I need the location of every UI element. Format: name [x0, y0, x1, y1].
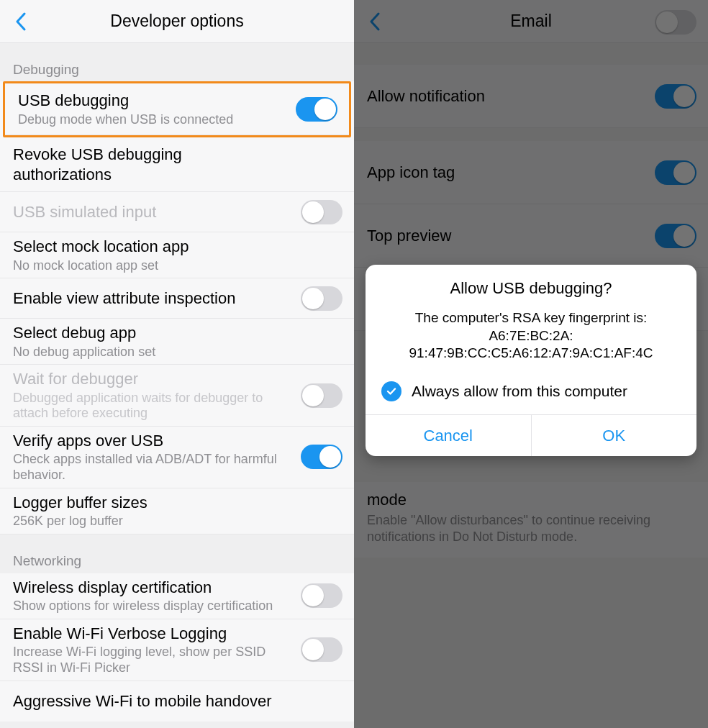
- row-subtitle: Show options for wireless display certif…: [13, 599, 341, 614]
- row-revoke-usb-auth[interactable]: Revoke USB debugging authorizations: [0, 137, 354, 192]
- row-wireless-cert[interactable]: Wireless display certification Show opti…: [0, 573, 354, 619]
- checkbox-checked-icon[interactable]: [381, 381, 401, 401]
- page-title: Developer options: [110, 12, 243, 31]
- row-title: Revoke USB debugging authorizations: [13, 145, 341, 184]
- row-title: Aggressive Wi-Fi to mobile handover: [13, 691, 341, 711]
- row-subtitle: No debug application set: [13, 345, 341, 360]
- row-title: USB debugging: [18, 91, 336, 111]
- dialog-allow-usb-debugging: Allow USB debugging? The computer's RSA …: [366, 265, 696, 456]
- row-title: Enable view attribute inspection: [13, 288, 341, 309]
- toggle-wifi-verbose[interactable]: [301, 637, 342, 662]
- ok-button[interactable]: OK: [531, 415, 697, 456]
- row-title: Wireless display certification: [13, 578, 341, 598]
- developer-options-screen: Developer options Debugging USB debuggin…: [0, 0, 354, 728]
- header-bar: Developer options: [0, 0, 354, 43]
- toggle-wait-dbg: [301, 383, 342, 408]
- checkbox-label: Always allow from this computer: [412, 383, 627, 400]
- dialog-body: The computer's RSA key fingerprint is: A…: [366, 306, 696, 374]
- row-subtitle: Check apps installed via ADB/ADT for har…: [13, 452, 341, 483]
- toggle-view-attr[interactable]: [301, 286, 342, 311]
- toggle-usb-debugging[interactable]: [296, 97, 337, 122]
- row-title: Wait for debugger: [13, 369, 341, 389]
- row-usb-debugging[interactable]: USB debugging Debug mode when USB is con…: [5, 83, 349, 135]
- row-title: USB simulated input: [13, 202, 341, 222]
- dialog-body-line: A6:7E:BC:2A:: [381, 327, 681, 345]
- dialog-body-line: The computer's RSA key fingerprint is:: [381, 309, 681, 327]
- row-usb-simulated-input: USB simulated input: [0, 192, 354, 232]
- back-button[interactable]: [10, 11, 32, 32]
- row-select-debug-app[interactable]: Select debug app No debug application se…: [0, 319, 354, 365]
- row-verify-apps-usb[interactable]: Verify apps over USB Check apps installe…: [0, 427, 354, 488]
- section-header-networking: Networking: [0, 534, 354, 573]
- row-title: Logger buffer sizes: [13, 493, 341, 513]
- row-subtitle: Debugged application waits for debugger …: [13, 391, 341, 422]
- dialog-body-line: 91:47:9B:CC:C5:A6:12:A7:9A:C1:AF:4C: [381, 345, 681, 363]
- row-aggressive-wifi[interactable]: Aggressive Wi-Fi to mobile handover: [0, 681, 354, 722]
- row-subtitle: 256K per log buffer: [13, 514, 341, 529]
- list-networking: Wireless display certification Show opti…: [0, 573, 354, 722]
- row-title: Select debug app: [13, 323, 341, 343]
- email-settings-screen: Email Allow notification App icon tag To…: [354, 0, 708, 728]
- row-logger-buffer[interactable]: Logger buffer sizes 256K per log buffer: [0, 488, 354, 534]
- row-subtitle: Debug mode when USB is connected: [18, 112, 336, 128]
- dialog-button-bar: Cancel OK: [366, 414, 696, 456]
- row-title: Verify apps over USB: [13, 431, 341, 451]
- cancel-button[interactable]: Cancel: [366, 415, 531, 456]
- row-subtitle: Increase Wi-Fi logging level, show per S…: [13, 645, 341, 675]
- row-wait-for-debugger: Wait for debugger Debugged application w…: [0, 365, 354, 427]
- toggle-usb-sim: [301, 200, 342, 224]
- toggle-verify-usb[interactable]: [301, 445, 342, 469]
- row-title: Enable Wi-Fi Verbose Logging: [13, 624, 341, 644]
- row-title: Select mock location app: [13, 237, 341, 257]
- dialog-title: Allow USB debugging?: [366, 265, 696, 306]
- chevron-left-icon: [15, 12, 27, 31]
- row-subtitle: No mock location app set: [13, 258, 341, 274]
- row-mock-location[interactable]: Select mock location app No mock locatio…: [0, 232, 354, 278]
- row-wifi-verbose[interactable]: Enable Wi-Fi Verbose Logging Increase Wi…: [0, 619, 354, 681]
- section-header-debugging: Debugging: [0, 43, 354, 82]
- dialog-checkbox-row[interactable]: Always allow from this computer: [366, 374, 696, 414]
- list-debugging: USB debugging Debug mode when USB is con…: [0, 81, 354, 534]
- row-view-attr-inspection[interactable]: Enable view attribute inspection: [0, 278, 354, 319]
- highlight-usb-debugging: USB debugging Debug mode when USB is con…: [3, 81, 351, 137]
- toggle-wireless-cert[interactable]: [301, 583, 342, 608]
